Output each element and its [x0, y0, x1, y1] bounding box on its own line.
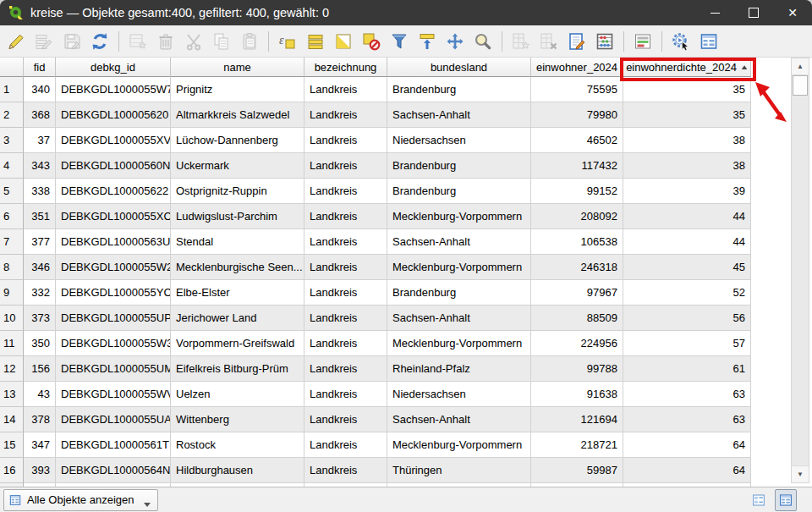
cell-debkg_id[interactable]: DEBKGDL1000055W7	[56, 77, 171, 102]
cell-bezeichnung[interactable]: Landkreis	[304, 458, 387, 483]
row-number[interactable]: 15	[0, 432, 24, 458]
field-calculator-button[interactable]	[592, 29, 617, 54]
cell-einwohnerdichte_2024[interactable]: 56	[623, 306, 751, 331]
invert-selection-button[interactable]	[331, 29, 356, 54]
cell-bezeichnung[interactable]: Landkreis	[304, 356, 387, 382]
cell-fid[interactable]: 343	[24, 153, 56, 179]
cell-fid[interactable]: 368	[24, 102, 56, 128]
cell-bezeichnung[interactable]: Landkreis	[304, 306, 387, 331]
column-header-debkg_id[interactable]: debkg_id	[56, 58, 171, 77]
cell-einwohner_2024[interactable]: 88509	[531, 306, 623, 331]
cell-name[interactable]: Eifelkreis Bitburg-Prüm	[171, 356, 304, 382]
cell-einwohnerdichte_2024[interactable]: 64	[623, 458, 751, 483]
vertical-scrollbar[interactable]: ▲ ▼	[791, 58, 809, 483]
row-number[interactable]: 16	[0, 458, 24, 483]
cell-bundesland[interactable]: Mecklenburg-Vorpommern	[387, 432, 531, 458]
zoom-to-selection-button[interactable]	[470, 29, 496, 54]
cell-bezeichnung[interactable]: Landkreis	[304, 153, 387, 179]
cell-bezeichnung[interactable]: Landkreis	[304, 432, 387, 458]
cell-debkg_id[interactable]: DEBKGDL1000055UA	[56, 407, 171, 432]
cell-fid[interactable]: 350	[24, 331, 56, 356]
delete-selected-button[interactable]	[153, 29, 178, 54]
cell-bezeichnung[interactable]: Landkreis	[304, 229, 387, 255]
cell-einwohner_2024[interactable]: 91638	[531, 382, 623, 407]
cell-bezeichnung[interactable]: Landkreis	[304, 280, 387, 306]
cell-bundesland[interactable]: Mecklenburg-Vorpommern	[387, 255, 531, 280]
cell-fid[interactable]: 332	[24, 280, 56, 306]
row-number[interactable]: 2	[0, 102, 24, 128]
cell-fid[interactable]: 377	[24, 229, 56, 255]
cell-einwohner_2024[interactable]: 121694	[531, 407, 623, 432]
cell-einwohner_2024[interactable]	[531, 483, 623, 487]
cell-einwohnerdichte_2024[interactable]: 63	[623, 407, 751, 432]
deselect-all-button[interactable]	[359, 29, 384, 54]
paste-features-button[interactable]	[237, 29, 262, 54]
cell-debkg_id[interactable]: DEBKGDL10000564N	[56, 458, 171, 483]
cell-bundesland[interactable]: Niedersachsen	[387, 128, 531, 153]
row-number[interactable]: 1	[0, 77, 24, 102]
cell-bundesland[interactable]: Brandenburg	[387, 77, 531, 102]
cell-einwohnerdichte_2024[interactable]: 38	[623, 153, 751, 179]
cell-name[interactable]: Altmarkkreis Salzwedel	[171, 102, 304, 128]
select-by-expression-button[interactable]: ε	[275, 29, 300, 54]
cell-name[interactable]	[171, 483, 304, 487]
cell-einwohner_2024[interactable]: 79980	[531, 102, 623, 128]
scroll-up-button[interactable]: ▲	[792, 58, 809, 75]
cell-bundesland[interactable]: Sachsen-Anhalt	[387, 407, 531, 432]
copy-features-button[interactable]	[209, 29, 234, 54]
cell-einwohnerdichte_2024[interactable]: 64	[623, 432, 751, 458]
cell-einwohner_2024[interactable]: 99152	[531, 179, 623, 204]
cell-name[interactable]: Lüchow-Dannenberg	[171, 128, 304, 153]
move-selection-to-top-button[interactable]	[414, 29, 440, 54]
cell-bundesland[interactable]: Brandenburg	[387, 280, 531, 306]
cell-bundesland[interactable]	[387, 483, 531, 487]
row-number[interactable]: 9	[0, 280, 24, 306]
cell-bundesland[interactable]: Sachsen-Anhalt	[387, 306, 531, 331]
add-feature-button[interactable]	[125, 29, 151, 54]
cell-einwohner_2024[interactable]: 208092	[531, 204, 623, 229]
cell-debkg_id[interactable]: DEBKGDL10000560N	[56, 153, 171, 179]
delete-field-button[interactable]	[536, 29, 562, 54]
edit-attributes-button[interactable]	[564, 29, 590, 54]
cell-debkg_id[interactable]: DEBKGDL100005620	[56, 102, 171, 128]
column-header-bezeichnung[interactable]: bezeichnung	[304, 58, 387, 77]
scroll-down-button[interactable]: ▼	[792, 465, 809, 482]
scrollbar-thumb[interactable]	[793, 75, 808, 96]
row-number[interactable]: 4	[0, 153, 24, 179]
row-number[interactable]: 7	[0, 229, 24, 255]
cell-bezeichnung[interactable]: Landkreis	[304, 102, 387, 128]
column-header-fid[interactable]: fid	[24, 58, 56, 77]
close-button[interactable]: ✕	[773, 0, 812, 25]
cell-debkg_id[interactable]: DEBKGDL1000055UP	[56, 306, 171, 331]
cell-name[interactable]: Wittenberg	[171, 407, 304, 432]
cell-debkg_id[interactable]: DEBKGDL1000055XV	[56, 128, 171, 153]
cell-einwohnerdichte_2024[interactable]: 38	[623, 128, 751, 153]
column-header-name[interactable]: name	[171, 58, 304, 77]
cell-fid[interactable]: 43	[24, 382, 56, 407]
form-view-toggle-button[interactable]	[748, 489, 770, 511]
cell-bundesland[interactable]: Mecklenburg-Vorpommern	[387, 204, 531, 229]
conditional-formatting-button[interactable]	[630, 29, 656, 54]
cell-einwohner_2024[interactable]: 224956	[531, 331, 623, 356]
cell-bezeichnung[interactable]: Landkreis	[304, 382, 387, 407]
cell-name[interactable]: Jerichower Land	[171, 306, 304, 331]
cell-debkg_id[interactable]: DEBKGDL10000561T	[56, 432, 171, 458]
cell-einwohnerdichte_2024[interactable]: 44	[623, 204, 751, 229]
cell-bezeichnung[interactable]: Landkreis	[304, 204, 387, 229]
cell-einwohnerdichte_2024[interactable]: 52	[623, 280, 751, 306]
cell-name[interactable]: Ostprignitz-Ruppin	[171, 179, 304, 204]
cell-debkg_id[interactable]: DEBKGDL1000055XC	[56, 204, 171, 229]
cell-einwohner_2024[interactable]: 106538	[531, 229, 623, 255]
row-number[interactable]: 11	[0, 331, 24, 356]
cell-name[interactable]: Hildburghausen	[171, 458, 304, 483]
cell-name[interactable]: Uckermark	[171, 153, 304, 179]
dock-table-button[interactable]	[696, 29, 721, 54]
pan-to-selection-button[interactable]	[442, 29, 468, 54]
row-number[interactable]: 5	[0, 179, 24, 204]
cell-fid[interactable]: 347	[24, 432, 56, 458]
cell-name[interactable]: Stendal	[171, 229, 304, 255]
cell-bundesland[interactable]: Rheinland-Pfalz	[387, 356, 531, 382]
filter-form-button[interactable]	[387, 29, 412, 54]
cell-bezeichnung[interactable]: Landkreis	[304, 407, 387, 432]
row-number[interactable]: 3	[0, 128, 24, 153]
